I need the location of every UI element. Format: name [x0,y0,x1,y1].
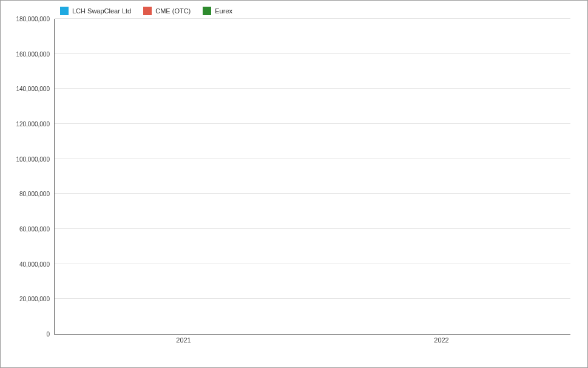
legend-label: Eurex [215,7,232,15]
legend-label: CME (OTC) [155,7,191,15]
legend: LCH SwapClear Ltd CME (OTC) Eurex [60,7,576,15]
y-tick-label: 40,000,000 [12,261,50,267]
grid-line [55,18,570,19]
y-tick-label: 180,000,000 [12,16,50,22]
legend-item-lch: LCH SwapClear Ltd [60,7,131,15]
grid-line [55,228,570,229]
y-tick-label: 20,000,000 [12,296,50,302]
plot-area: 020,000,00040,000,00060,000,00080,000,00… [54,19,570,335]
chart-frame: LCH SwapClear Ltd CME (OTC) Eurex 020,00… [0,0,588,368]
y-tick-label: 120,000,000 [12,121,50,128]
legend-swatch-cme [143,7,152,15]
grid-line [55,123,570,124]
grid-line [55,264,570,264]
y-tick-label: 140,000,000 [12,86,50,92]
legend-swatch-lch [60,7,69,15]
grid-line [55,53,570,54]
legend-swatch-eurex [203,7,211,15]
legend-item-cme: CME (OTC) [143,7,191,15]
plot-area-wrap: 020,000,00040,000,00060,000,00080,000,00… [54,19,570,347]
legend-item-eurex: Eurex [203,7,232,15]
grid-line [55,158,570,159]
legend-label: LCH SwapClear Ltd [72,7,131,15]
y-tick-label: 60,000,000 [12,226,50,233]
x-tick-label: 2022 [434,336,448,344]
y-tick-label: 100,000,000 [12,155,50,162]
y-tick-label: 160,000,000 [12,50,50,57]
y-tick-label: 0 [12,331,50,338]
y-tick-label: 80,000,000 [12,191,50,197]
grid-line [55,193,570,194]
grid-line [55,298,570,299]
x-tick-label: 2021 [176,336,191,344]
grid-line [55,88,570,89]
